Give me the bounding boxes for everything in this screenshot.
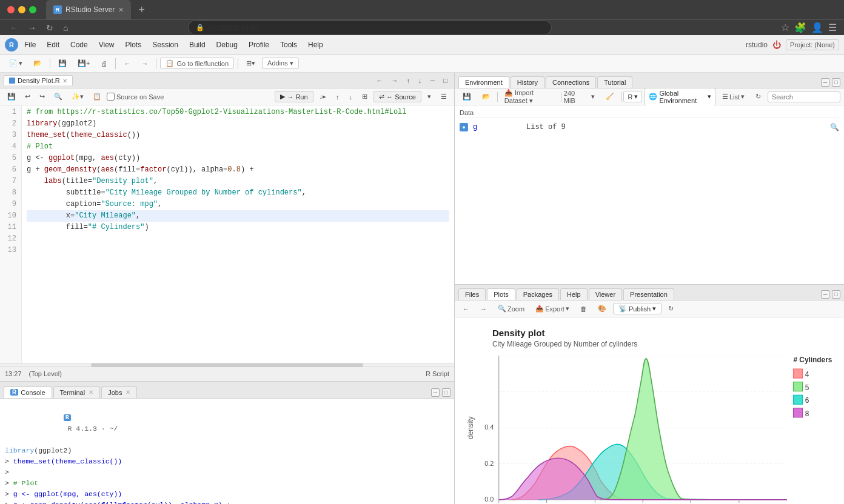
source-button[interactable]: ⇌ ↔ Source (373, 91, 421, 102)
r-dropdown[interactable]: R ▾ (623, 91, 642, 102)
files-tab[interactable]: Files (458, 288, 486, 300)
reload-button[interactable]: ↻ (44, 22, 56, 34)
editor-redo-btn[interactable]: ↪ (36, 91, 49, 102)
env-maximize-btn[interactable]: □ (832, 78, 840, 87)
terminal-tab[interactable]: Terminal ✕ (53, 386, 101, 398)
browser-tab[interactable]: R RStudio Server ✕ (46, 0, 131, 19)
console-content[interactable]: R R 4.1.3 · ~/ library(ggplot2) > theme_… (0, 399, 454, 504)
env-search-input[interactable] (768, 91, 840, 102)
plot-maximize-btn[interactable]: □ (832, 290, 840, 299)
new-tab-button[interactable]: + (136, 4, 147, 16)
source-extra-btn[interactable]: ☰ (437, 91, 450, 102)
scroll-thumb[interactable] (91, 363, 363, 367)
source-on-save-checkbox[interactable] (107, 93, 115, 101)
code-editor[interactable]: 1 2 3 4 5 6 7 8 9 10 11 12 13 (0, 105, 454, 363)
address-input[interactable]: 🔒 localhost:4130 (188, 20, 552, 35)
project-label[interactable]: Project: (None) (786, 39, 839, 50)
menu-help[interactable]: Help (303, 38, 328, 51)
connections-tab[interactable]: Connections (546, 76, 596, 88)
menu-session[interactable]: Session (147, 38, 183, 51)
addins-button[interactable]: Addins ▾ (262, 58, 299, 69)
save-all-button[interactable]: 💾+ (73, 58, 94, 69)
new-file-button[interactable]: 📄▾ (5, 58, 27, 69)
back-button[interactable]: ← (7, 22, 21, 34)
back-history-button[interactable]: ← (119, 58, 135, 69)
source-options-btn[interactable]: ▾ (424, 91, 435, 102)
open-file-button[interactable]: 📂 (29, 58, 46, 69)
editor-tab-close[interactable]: ✕ (62, 78, 67, 84)
plot-forward-btn[interactable]: → (476, 303, 491, 314)
global-env-dropdown[interactable]: 🌐 Global Environment ▾ (645, 88, 715, 106)
menu-file[interactable]: File (19, 38, 41, 51)
console-tab[interactable]: R Console (4, 386, 52, 398)
env-item-search-icon[interactable]: 🔍 (830, 123, 839, 131)
source-on-save-label[interactable]: Source on Save (107, 93, 164, 101)
zoom-btn[interactable]: 🔍 Zoom (494, 303, 529, 314)
plots-tab[interactable]: Plots (487, 288, 515, 300)
plot-options-btn[interactable]: 🎨 (594, 303, 611, 314)
run-up-btn[interactable]: ↑ (332, 91, 343, 102)
import-dataset-btn[interactable]: 📥 Import Dataset ▾ (500, 87, 558, 107)
run-down-btn[interactable]: ↓ (346, 91, 357, 102)
run-lines-btn[interactable]: ↓▸ (316, 91, 330, 102)
editor-tab[interactable]: Density Plot.R ✕ (4, 75, 73, 85)
jobs-tab[interactable]: Jobs ✕ (101, 386, 137, 398)
menu-plots[interactable]: Plots (121, 38, 147, 51)
goto-file-button[interactable]: 📋 Go to file/function (160, 58, 234, 69)
tab-close-icon[interactable]: ✕ (118, 6, 124, 14)
delete-plot-btn[interactable]: 🗑 (576, 303, 591, 314)
editor-magic-btn[interactable]: ✨▾ (68, 91, 87, 102)
menu-edit[interactable]: Edit (42, 38, 64, 51)
clear-btn[interactable]: 🧹 (601, 91, 618, 102)
editor-undo-btn[interactable]: ↩ (21, 91, 34, 102)
maximize-button[interactable] (29, 6, 36, 13)
editor-search-btn[interactable]: 🔍 (50, 91, 66, 102)
run-button[interactable]: ▶ → Run (275, 91, 313, 102)
forward-history-button[interactable]: → (137, 58, 152, 69)
packages-tab[interactable]: Packages (517, 288, 559, 300)
menu-debug[interactable]: Debug (212, 38, 243, 51)
history-tab[interactable]: History (511, 76, 544, 88)
grid-button[interactable]: ⊞▾ (242, 58, 260, 69)
console-maximize-btn[interactable]: □ (442, 388, 450, 397)
help-tab[interactable]: Help (560, 288, 588, 300)
export-btn[interactable]: 📤 Export ▾ (531, 303, 574, 314)
forward-button[interactable]: → (25, 22, 39, 34)
env-open-btn[interactable]: 📂 (478, 91, 495, 102)
menu-profile[interactable]: Profile (244, 38, 274, 51)
env-minimize-btn[interactable]: ─ (821, 78, 829, 87)
memory-btn[interactable]: ▾ (587, 91, 599, 102)
editor-scroll-forward[interactable]: ↓ (415, 76, 425, 85)
power-icon[interactable]: ⏻ (772, 40, 781, 50)
minimize-button[interactable] (18, 6, 25, 13)
environment-tab[interactable]: Environment (458, 76, 509, 88)
env-refresh-btn[interactable]: ↻ (751, 91, 765, 102)
close-button[interactable] (7, 6, 15, 13)
presentation-tab[interactable]: Presentation (623, 288, 674, 300)
menu-tools[interactable]: Tools (275, 38, 302, 51)
editor-lint-btn[interactable]: 📋 (89, 91, 105, 102)
menu-code[interactable]: Code (65, 38, 93, 51)
editor-navigate-back[interactable]: ← (373, 76, 386, 85)
editor-save-btn[interactable]: 💾 (4, 91, 19, 102)
editor-collapse[interactable]: ─ (427, 76, 438, 85)
print-button[interactable]: 🖨 (96, 58, 112, 69)
plot-back-btn[interactable]: ← (458, 303, 474, 314)
viewer-tab[interactable]: Viewer (589, 288, 622, 300)
code-content[interactable]: # from https://r-statistics.co/Top50-Ggp… (22, 105, 454, 363)
plot-refresh-btn[interactable]: ↻ (664, 303, 678, 314)
home-button[interactable]: ⌂ (61, 22, 70, 34)
editor-expand[interactable]: □ (440, 76, 450, 85)
script-type[interactable]: R Script (426, 370, 449, 377)
env-item-name[interactable]: g (473, 123, 521, 131)
env-save-btn[interactable]: 💾 (458, 91, 475, 102)
menu-icon[interactable]: ☰ (828, 22, 837, 33)
extensions-icon[interactable]: 🧩 (794, 22, 806, 33)
editor-scroll-back[interactable]: ↑ (404, 76, 414, 85)
console-minimize-btn[interactable]: ─ (431, 388, 440, 397)
scroll-indicator[interactable] (0, 363, 454, 366)
tutorial-tab[interactable]: Tutorial (597, 76, 632, 88)
menu-build[interactable]: Build (184, 38, 210, 51)
run-all-btn[interactable]: ⊞ (358, 91, 371, 102)
editor-navigate-forward[interactable]: → (389, 76, 401, 85)
